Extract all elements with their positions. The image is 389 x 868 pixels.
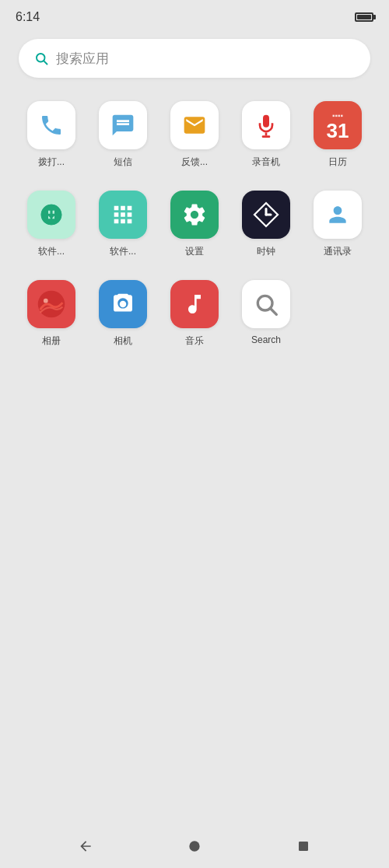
- app-calendar-label: 日历: [328, 156, 347, 169]
- app-camera-label: 相机: [114, 334, 132, 348]
- app-software-update[interactable]: 软件...: [16, 191, 87, 258]
- app-settings-icon: [170, 191, 219, 239]
- status-time: 6:14: [16, 10, 40, 24]
- app-settings[interactable]: 设置: [159, 191, 230, 258]
- svg-point-8: [44, 299, 48, 303]
- app-software-update-label: 软件...: [38, 245, 65, 258]
- nav-back-button[interactable]: [72, 832, 100, 860]
- app-music-label: 音乐: [185, 334, 204, 348]
- svg-rect-12: [299, 842, 308, 851]
- app-contacts-label: 通讯录: [324, 245, 352, 258]
- app-software-update-icon: [27, 191, 75, 239]
- app-calendar[interactable]: ▪▪▪▪ 31 日历: [302, 101, 373, 169]
- svg-rect-4: [262, 135, 271, 138]
- app-search-label: Search: [251, 334, 281, 345]
- app-calendar-icon: ▪▪▪▪ 31: [314, 101, 362, 149]
- app-clock-label: 时钟: [257, 245, 275, 258]
- app-search[interactable]: Search: [230, 280, 302, 348]
- app-feedback-label: 反馈...: [181, 156, 208, 169]
- nav-bar: [0, 824, 389, 868]
- apps-grid: 拨打... 短信 反馈... 录音机: [0, 93, 389, 355]
- svg-rect-2: [263, 115, 269, 128]
- nav-recent-button[interactable]: [289, 832, 317, 860]
- status-bar: 6:14: [0, 0, 389, 31]
- app-gallery[interactable]: 相册: [16, 280, 87, 348]
- app-clock-icon: [242, 191, 290, 239]
- search-bar[interactable]: 搜索应用: [19, 39, 370, 78]
- app-sms-icon: [99, 101, 147, 149]
- app-music[interactable]: 音乐: [159, 280, 230, 348]
- search-icon: [34, 51, 48, 65]
- svg-line-10: [271, 309, 276, 314]
- search-placeholder: 搜索应用: [56, 50, 109, 68]
- app-music-icon: [170, 280, 219, 328]
- app-contacts-icon: [314, 191, 362, 239]
- app-software-store[interactable]: 软件...: [87, 191, 159, 258]
- app-gallery-label: 相册: [42, 334, 61, 348]
- app-software-store-icon: [99, 191, 147, 239]
- svg-rect-3: [265, 132, 268, 135]
- battery-icon: [355, 12, 373, 22]
- app-sms-label: 短信: [114, 156, 132, 169]
- app-clock[interactable]: 时钟: [230, 191, 302, 258]
- app-recorder-label: 录音机: [252, 156, 280, 169]
- app-camera[interactable]: 相机: [87, 280, 159, 348]
- app-phone-label: 拨打...: [38, 156, 65, 169]
- app-phone[interactable]: 拨打...: [16, 101, 87, 169]
- app-recorder[interactable]: 录音机: [230, 101, 302, 169]
- app-settings-label: 设置: [185, 245, 204, 258]
- app-phone-icon: [27, 101, 75, 149]
- search-bar-container: 搜索应用: [0, 31, 389, 93]
- app-gallery-icon: [27, 280, 75, 328]
- app-search-icon: [242, 280, 290, 328]
- app-software-store-label: 软件...: [110, 245, 136, 258]
- svg-line-1: [44, 61, 47, 64]
- app-camera-icon: [99, 280, 147, 328]
- app-recorder-icon: [242, 101, 290, 149]
- app-contacts[interactable]: 通讯录: [302, 191, 373, 258]
- nav-home-button[interactable]: [180, 832, 209, 860]
- app-sms[interactable]: 短信: [87, 101, 159, 169]
- svg-point-11: [189, 841, 199, 851]
- app-feedback[interactable]: 反馈...: [159, 101, 230, 169]
- app-feedback-icon: [170, 101, 219, 149]
